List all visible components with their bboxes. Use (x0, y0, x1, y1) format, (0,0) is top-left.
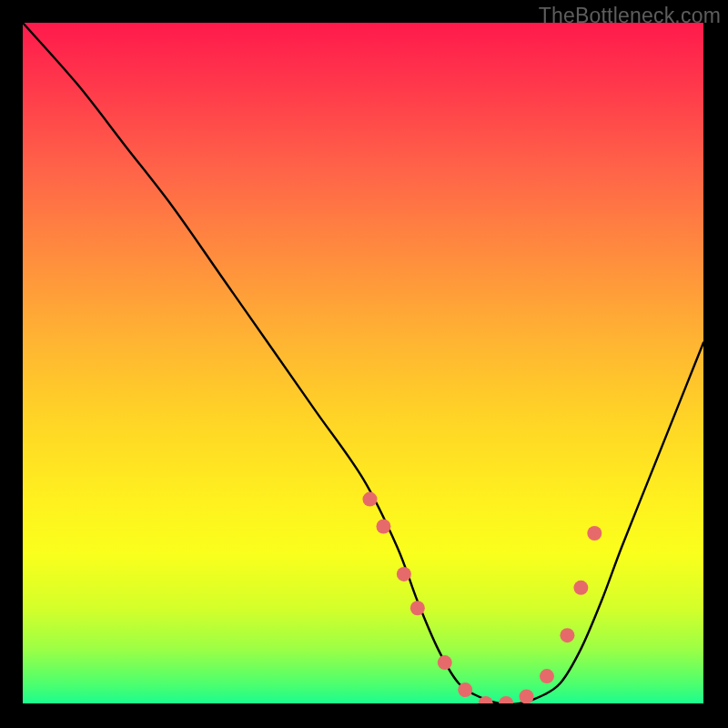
highlight-point (540, 669, 554, 683)
highlight-point (499, 696, 513, 703)
highlight-markers (362, 492, 602, 703)
highlight-point (376, 520, 390, 534)
chart-plot-area (23, 23, 703, 703)
highlight-point (438, 655, 452, 670)
chart-frame: TheBottleneck.com (0, 0, 728, 728)
highlight-point (410, 601, 425, 615)
watermark-text: TheBottleneck.com (539, 4, 721, 28)
highlight-point (587, 526, 602, 541)
bottleneck-curve (23, 23, 703, 703)
highlight-point (560, 628, 574, 642)
highlight-point (362, 492, 377, 507)
highlight-point (520, 690, 534, 703)
highlight-point (397, 567, 411, 581)
highlight-point (573, 581, 588, 595)
bottleneck-curve-svg (23, 23, 703, 703)
curve-group (23, 23, 703, 703)
highlight-point (458, 682, 472, 697)
